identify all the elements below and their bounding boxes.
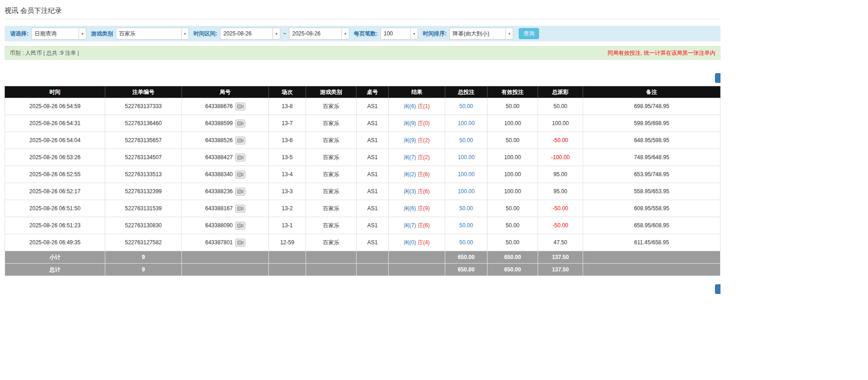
result-player-link[interactable]: 闲(2) [404, 171, 416, 178]
video-replay-button[interactable] [235, 188, 245, 196]
top-action-row [5, 73, 720, 83]
caret-down-icon: ▼ [183, 32, 187, 35]
total-row-cell: 9 [105, 264, 182, 276]
result-player-link[interactable]: 闲(9) [404, 137, 416, 144]
round-number: 643388427 [205, 154, 233, 160]
round-number: 643388167 [205, 205, 233, 211]
camera-icon [237, 189, 244, 194]
result-banker-link[interactable]: 庄(2) [418, 154, 430, 161]
bet-id-cell: 522763131539 [105, 200, 182, 217]
payout-value: -50.00 [552, 205, 568, 212]
video-replay-button[interactable] [235, 154, 245, 161]
result-banker-link[interactable]: 庄(9) [418, 205, 430, 212]
total-bet-link[interactable]: 100.00 [458, 154, 475, 161]
result-banker-link[interactable]: 庄(6) [418, 222, 430, 229]
round-cell: 643388427 [182, 149, 269, 166]
result-cell: 闲(3) 庄(6) [389, 183, 445, 200]
total-row-cell [583, 264, 720, 276]
game-category-cell: 百家乐 [306, 149, 357, 166]
date-range-label: 时间区间: [193, 30, 217, 38]
game-category-dropdown-button[interactable]: ▼ [181, 28, 189, 40]
column-header: 结果 [389, 86, 445, 98]
table-number-cell: AS1 [357, 200, 389, 217]
result-player-link[interactable]: 闲(6) [404, 205, 416, 212]
export-button-top-clipped[interactable] [715, 73, 720, 83]
result-cell: 闲(7) 庄(2) [389, 149, 445, 166]
column-header: 局号 [182, 86, 269, 98]
total-bet-link[interactable]: 100.00 [458, 188, 475, 195]
page-size-dropdown-button[interactable]: ▼ [410, 28, 418, 40]
result-banker-link[interactable]: 庄(6) [418, 188, 430, 195]
date-to-input[interactable] [289, 28, 341, 40]
camera-icon [237, 206, 244, 211]
result-banker-link[interactable]: 庄(6) [418, 171, 430, 178]
video-replay-button[interactable] [235, 137, 245, 144]
result-player-link[interactable]: 闲(3) [404, 188, 416, 195]
payout-cell: -50.00 [538, 200, 583, 217]
export-button-bottom-clipped[interactable] [715, 284, 720, 294]
payout-cell: 95.00 [538, 166, 583, 183]
column-header: 备注 [583, 86, 720, 98]
result-banker-link[interactable]: 庄(1) [418, 103, 430, 109]
total-bet-link[interactable]: 100.00 [458, 120, 475, 127]
video-replay-button[interactable] [235, 103, 245, 110]
bet-record-row: 2025-08-26 06:53:26522763134507643388427… [5, 149, 720, 166]
sort-order-input[interactable] [449, 28, 505, 40]
subtotal-row-cell: 650.00 [445, 251, 488, 264]
search-button[interactable]: 查询 [519, 28, 539, 39]
bet-id-cell: 522763132399 [105, 183, 182, 200]
total-bet-link[interactable]: 100.00 [458, 171, 475, 178]
video-replay-button[interactable] [235, 222, 245, 230]
game-category-select: ▼ [116, 28, 189, 40]
bet-record-row: 2025-08-26 06:49:35522763127582643387801… [5, 234, 720, 251]
result-banker-link[interactable]: 庄(2) [418, 137, 430, 144]
valid-bet-cell: 50.00 [488, 234, 538, 251]
page-size-input[interactable] [380, 28, 410, 40]
total-row-cell: 650.00 [445, 264, 488, 276]
valid-bet-cell: 100.00 [488, 149, 538, 166]
game-category-cell: 百家乐 [306, 200, 357, 217]
video-replay-button[interactable] [235, 120, 245, 127]
payout-value: 95.00 [553, 171, 567, 178]
table-number-cell: AS1 [357, 98, 389, 115]
total-row-cell [389, 264, 445, 276]
bet-record-row: 2025-08-26 06:51:23522763130830643388090… [5, 217, 720, 234]
query-type-label: 请选择: [10, 30, 28, 38]
valid-bet-cell: 100.00 [488, 183, 538, 200]
total-bet-link[interactable]: 50.00 [459, 239, 473, 246]
query-type-dropdown-button[interactable]: ▼ [79, 28, 86, 40]
result-player-link[interactable]: 闲(7) [404, 154, 416, 161]
date-to-dropdown-button[interactable]: ▼ [341, 28, 349, 40]
result-player-link[interactable]: 闲(7) [404, 222, 416, 229]
total-bet-link[interactable]: 50.00 [459, 137, 473, 144]
result-player-link[interactable]: 闲(9) [404, 120, 416, 127]
total-bet-link[interactable]: 50.00 [459, 205, 473, 212]
sort-order-dropdown-button[interactable]: ▼ [505, 28, 513, 40]
session-cell: 12-59 [269, 234, 306, 251]
total-bet-link[interactable]: 50.00 [459, 103, 473, 109]
total-bet-link[interactable]: 50.00 [459, 222, 473, 229]
game-category-input[interactable] [116, 28, 181, 40]
date-from-input[interactable] [220, 28, 272, 40]
total-row-cell: 总计 [5, 264, 105, 276]
result-banker-link[interactable]: 庄(0) [418, 120, 430, 127]
video-replay-button[interactable] [235, 205, 245, 213]
total-bet-cell: 100.00 [445, 166, 488, 183]
table-number-cell: AS1 [357, 166, 389, 183]
summary-note-text: 同局有效投注, 统一计算在该局第一张注单内 [607, 49, 715, 57]
camera-icon [237, 155, 244, 160]
table-number-cell: AS1 [357, 217, 389, 234]
total-bet-cell: 50.00 [445, 217, 488, 234]
query-type-input[interactable] [31, 28, 79, 40]
total-bet-cell: 50.00 [445, 132, 488, 149]
result-banker-link[interactable]: 庄(4) [418, 239, 430, 246]
result-player-link[interactable]: 闲(6) [404, 103, 416, 109]
total-row: 总计9650.00650.00137.50 [5, 264, 720, 276]
date-from-dropdown-button[interactable]: ▼ [272, 28, 280, 40]
session-cell: 13-6 [269, 132, 306, 149]
result-player-link[interactable]: 闲(0) [404, 239, 416, 246]
game-category-cell: 百家乐 [306, 166, 357, 183]
video-replay-button[interactable] [235, 171, 245, 178]
video-replay-button[interactable] [235, 239, 245, 247]
bet-id-cell: 522763127582 [105, 234, 182, 251]
